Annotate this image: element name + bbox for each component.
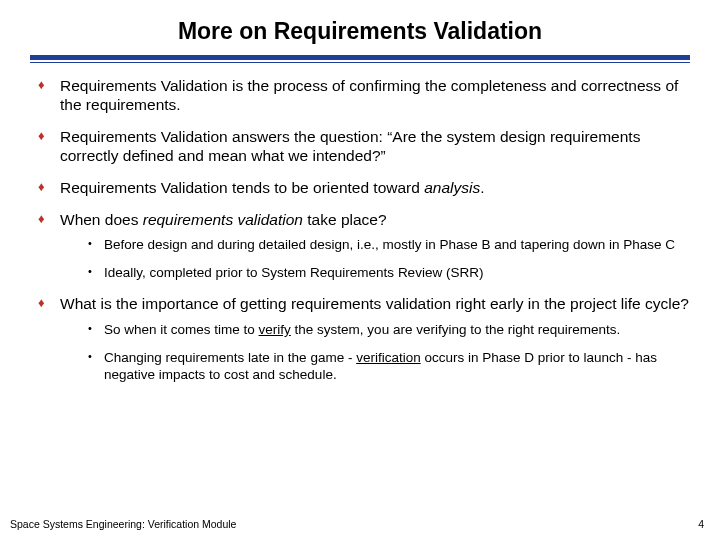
text-run: What is the importance of getting requir… bbox=[60, 295, 689, 312]
bullet-3: Requirements Validation tends to be orie… bbox=[36, 179, 690, 198]
text-run: Requirements Validation bbox=[60, 179, 228, 196]
text-run: So when it comes time to bbox=[104, 322, 259, 337]
footer-left: Space Systems Engineering: Verification … bbox=[10, 518, 236, 530]
sub-bullet-list: Before design and during detailed design… bbox=[60, 237, 690, 282]
page-number: 4 bbox=[698, 518, 704, 530]
bullet-5: What is the importance of getting requir… bbox=[36, 295, 690, 384]
sub-bullet: Before design and during detailed design… bbox=[88, 237, 690, 254]
text-run: Changing requirements late in the game - bbox=[104, 350, 356, 365]
text-run: take place? bbox=[303, 211, 387, 228]
text-run: When does bbox=[60, 211, 143, 228]
text-run-italic: analysis bbox=[424, 179, 480, 196]
bullet-2: Requirements Validation answers the ques… bbox=[36, 128, 690, 166]
footer: Space Systems Engineering: Verification … bbox=[10, 518, 704, 530]
text-run: Requirements Validation bbox=[60, 128, 228, 145]
text-run-underline: verification bbox=[356, 350, 421, 365]
sub-bullet: Changing requirements late in the game -… bbox=[88, 350, 690, 384]
text-run-underline: verify bbox=[259, 322, 291, 337]
text-run: Requirements Validation bbox=[60, 77, 228, 94]
bullet-list: Requirements Validation is the process o… bbox=[30, 77, 690, 384]
slide-title: More on Requirements Validation bbox=[30, 18, 690, 45]
text-run: . bbox=[480, 179, 484, 196]
text-run: tends to be oriented toward bbox=[228, 179, 424, 196]
text-run: the system, you are verifying to the rig… bbox=[291, 322, 620, 337]
sub-bullet-list: So when it comes time to verify the syst… bbox=[60, 322, 690, 384]
sub-bullet: Ideally, completed prior to System Requi… bbox=[88, 265, 690, 282]
text-run-italic: requirements validation bbox=[143, 211, 303, 228]
title-rule bbox=[30, 55, 690, 63]
bullet-1: Requirements Validation is the process o… bbox=[36, 77, 690, 115]
bullet-4: When does requirements validation take p… bbox=[36, 211, 690, 283]
sub-bullet: So when it comes time to verify the syst… bbox=[88, 322, 690, 339]
